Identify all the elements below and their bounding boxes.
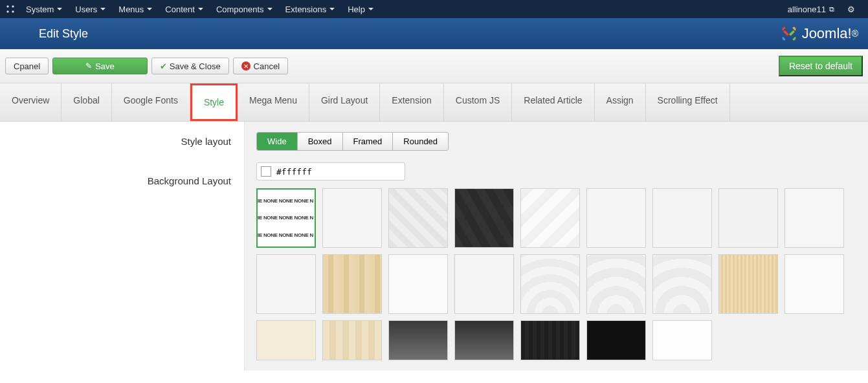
pattern-swatch[interactable] — [652, 320, 712, 360]
color-text-input[interactable] — [276, 167, 401, 177]
layout-option-boxed[interactable]: Boxed — [298, 133, 343, 150]
pattern-swatch[interactable] — [388, 254, 448, 314]
pattern-swatch[interactable] — [652, 254, 712, 314]
brand-text: Joomla! — [802, 25, 852, 42]
reset-default-button[interactable]: Reset to default — [779, 56, 863, 76]
pattern-grid: IE NONE NONE NONE N IE NONE NONE NONE N … — [256, 188, 856, 360]
menu-help[interactable]: Help — [341, 0, 380, 18]
pattern-swatch[interactable] — [718, 254, 778, 314]
pattern-swatch[interactable] — [454, 188, 514, 248]
background-layout-label: Background Layout — [0, 153, 244, 193]
tab-global[interactable]: Global — [61, 83, 111, 121]
admin-menubar: SystemUsersMenusContentComponentsExtensi… — [0, 0, 868, 18]
menu-system[interactable]: System — [19, 0, 69, 18]
joomla-icon[interactable] — [5, 4, 16, 14]
username: allinone11 — [788, 5, 826, 14]
pattern-swatch[interactable] — [586, 188, 646, 248]
pattern-swatch[interactable] — [322, 320, 382, 360]
tab-gird-layout[interactable]: Gird Layout — [309, 83, 380, 121]
pattern-swatch[interactable] — [652, 188, 712, 248]
tab-extension[interactable]: Extension — [380, 83, 443, 121]
pattern-swatch[interactable] — [785, 188, 844, 248]
pattern-swatch[interactable] — [520, 254, 580, 314]
pattern-swatch[interactable] — [322, 188, 382, 248]
pattern-none[interactable]: IE NONE NONE NONE N IE NONE NONE NONE N … — [256, 188, 316, 248]
tab-custom-js[interactable]: Custom JS — [444, 83, 512, 121]
cpanel-button[interactable]: Cpanel — [5, 58, 49, 74]
style-layout-group: WideBoxedFramedRounded — [256, 132, 449, 151]
tab-google-fonts[interactable]: Google Fonts — [112, 83, 190, 121]
pattern-swatch[interactable] — [586, 254, 646, 314]
cancel-button[interactable]: ✕Cancel — [233, 58, 288, 74]
layout-option-framed[interactable]: Framed — [343, 133, 394, 150]
gear-icon: ⚙ — [847, 5, 855, 14]
pattern-swatch[interactable] — [520, 320, 580, 360]
page-header: Edit Style Joomla!® — [0, 18, 868, 49]
check-icon: ✔ — [160, 61, 167, 71]
cancel-icon: ✕ — [241, 61, 250, 71]
tab-overview[interactable]: Overview — [0, 83, 61, 121]
menu-users[interactable]: Users — [69, 0, 112, 18]
page-title: Edit Style — [39, 27, 88, 41]
menu-menus[interactable]: Menus — [112, 0, 159, 18]
tab-style[interactable]: Style — [190, 83, 238, 121]
chevron-down-icon — [100, 8, 106, 10]
pattern-swatch[interactable] — [388, 320, 448, 360]
tab-related-article[interactable]: Related Article — [512, 83, 594, 121]
save-icon: ✎ — [85, 61, 92, 71]
pattern-swatch[interactable] — [256, 254, 316, 314]
pattern-swatch[interactable] — [785, 254, 844, 314]
save-button[interactable]: ✎Save — [52, 58, 148, 74]
settings-gear[interactable]: ⚙ — [842, 5, 863, 14]
chevron-down-icon — [147, 8, 152, 10]
controls-column: WideBoxedFramedRounded IE NONE NONE NONE… — [245, 122, 868, 371]
action-toolbar: Cpanel ✎Save ✔Save & Close ✕Cancel Reset… — [0, 49, 868, 83]
background-color-input[interactable] — [256, 162, 405, 181]
pattern-swatch[interactable] — [322, 254, 382, 314]
joomla-logo: Joomla!® — [780, 25, 858, 43]
chevron-down-icon — [198, 8, 203, 10]
menu-extensions[interactable]: Extensions — [279, 0, 342, 18]
menu-components[interactable]: Components — [210, 0, 279, 18]
tab-scrolling-effect[interactable]: Scrolling Effect — [646, 83, 730, 121]
tab-mega-menu[interactable]: Mega Menu — [238, 83, 309, 121]
save-close-button[interactable]: ✔Save & Close — [151, 58, 229, 74]
content-area: Style layout Background Layout WideBoxed… — [0, 122, 868, 371]
user-link[interactable]: allinone11 ⧉ — [784, 5, 838, 14]
menu-content[interactable]: Content — [159, 0, 210, 18]
layout-option-rounded[interactable]: Rounded — [393, 133, 448, 150]
pattern-swatch[interactable] — [256, 320, 316, 360]
chevron-down-icon — [329, 8, 335, 10]
tabs-bar: OverviewGlobalGoogle FontsStyleMega Menu… — [0, 83, 868, 122]
pattern-swatch[interactable] — [388, 188, 448, 248]
pattern-swatch[interactable] — [454, 320, 514, 360]
pattern-swatch[interactable] — [586, 320, 646, 360]
external-link-icon: ⧉ — [829, 5, 834, 14]
chevron-down-icon — [267, 8, 273, 10]
pattern-swatch[interactable] — [520, 188, 580, 248]
pattern-swatch[interactable] — [718, 188, 778, 248]
pattern-swatch[interactable] — [454, 254, 514, 314]
labels-column: Style layout Background Layout — [0, 122, 245, 371]
chevron-down-icon — [57, 8, 62, 10]
color-swatch[interactable] — [261, 166, 271, 177]
tab-assign[interactable]: Assign — [595, 83, 646, 121]
style-layout-label: Style layout — [0, 122, 244, 153]
layout-option-wide[interactable]: Wide — [257, 133, 298, 150]
chevron-down-icon — [368, 8, 373, 10]
